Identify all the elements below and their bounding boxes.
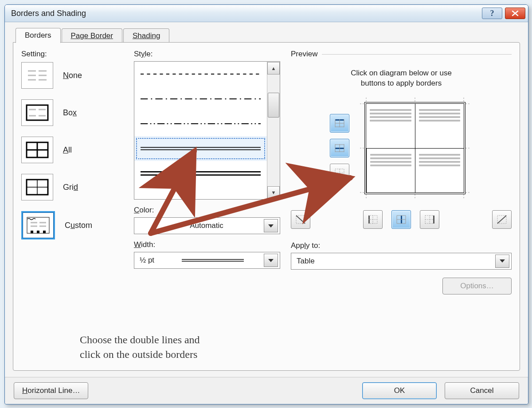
setting-custom-icon xyxy=(21,211,55,239)
preview-diagram[interactable] xyxy=(364,102,466,194)
setting-group: Setting: None Box xyxy=(21,50,123,362)
width-value: ½ pt xyxy=(140,256,162,265)
width-field: Width: ½ pt xyxy=(134,240,280,269)
border-diag-down-button[interactable] xyxy=(291,210,310,229)
color-dropdown-button[interactable] xyxy=(264,219,278,232)
style-double-thin[interactable] xyxy=(134,136,267,161)
style-dashed[interactable] xyxy=(134,62,267,86)
setting-box-icon xyxy=(21,99,53,126)
tab-shading-label: Shading xyxy=(133,31,160,40)
tab-page-border-label: Page Border xyxy=(71,31,113,40)
annotation-text: Choose the double lines and click on the… xyxy=(80,333,200,361)
preview-divider xyxy=(322,54,512,55)
svg-rect-6 xyxy=(27,105,48,120)
style-dash-dot[interactable] xyxy=(134,86,267,111)
style-dash-dot-dot[interactable] xyxy=(134,111,267,136)
horizontal-line-label: Horizontal Line… xyxy=(22,386,80,395)
width-dropdown[interactable]: ½ pt xyxy=(134,252,280,269)
setting-box[interactable]: Box xyxy=(21,99,123,126)
border-center-icon xyxy=(396,215,407,224)
scroll-track[interactable] xyxy=(267,75,280,186)
svg-rect-49 xyxy=(335,176,344,177)
style-double-thick[interactable] xyxy=(134,161,267,186)
setting-box-label: Box xyxy=(63,108,77,118)
border-bottom-button[interactable] xyxy=(330,164,349,182)
preview-hint: Click on diagram below or use buttons to… xyxy=(291,68,512,89)
scroll-thumb[interactable] xyxy=(268,93,279,118)
setting-all-label: All xyxy=(63,145,72,155)
preview-cell-br[interactable] xyxy=(415,148,464,192)
setting-all[interactable]: All xyxy=(21,137,123,163)
ok-button[interactable]: OK xyxy=(362,382,437,399)
horizontal-line-button[interactable]: Horizontal Line… xyxy=(14,382,88,399)
tab-borders[interactable]: Borders xyxy=(16,28,61,43)
dialog-title: Borders and Shading xyxy=(11,9,86,18)
style-listbox[interactable]: ▲ ▼ xyxy=(134,61,280,200)
border-bottom-icon xyxy=(334,168,345,178)
setting-grid-icon xyxy=(21,174,53,200)
setting-grid-label: Grid xyxy=(63,183,78,192)
color-value: Automatic xyxy=(149,221,264,230)
edge-buttons-vertical xyxy=(330,114,349,182)
color-label: Color: xyxy=(134,206,280,215)
apply-to-value: Table xyxy=(297,257,495,266)
edge-buttons-horizontal xyxy=(291,210,512,229)
setting-none-icon xyxy=(21,62,53,89)
style-label: Style: xyxy=(134,50,280,59)
svg-line-63 xyxy=(296,216,305,224)
preview-hint-2: buttons to apply borders xyxy=(291,78,512,89)
cancel-button[interactable]: Cancel xyxy=(445,382,519,399)
close-button[interactable] xyxy=(505,8,525,19)
tab-borders-label: Borders xyxy=(25,31,51,39)
width-sample xyxy=(162,256,264,265)
style-scrollbar[interactable]: ▲ ▼ xyxy=(267,62,280,199)
setting-none-label: None xyxy=(63,71,82,80)
svg-rect-23 xyxy=(37,231,39,233)
apply-to-field: Apply to: Table xyxy=(291,241,512,270)
setting-none[interactable]: None xyxy=(21,62,123,89)
preview-cell-bl[interactable] xyxy=(366,148,415,192)
color-dropdown[interactable]: Automatic xyxy=(134,217,280,234)
svg-line-83 xyxy=(497,216,506,224)
apply-to-dropdown-button[interactable] xyxy=(495,255,509,268)
help-button[interactable]: ? xyxy=(482,8,502,19)
titlebar[interactable]: Borders and Shading ? xyxy=(5,5,528,22)
help-icon: ? xyxy=(490,9,494,18)
border-right-button[interactable] xyxy=(420,210,439,229)
border-inside-horizontal-button[interactable] xyxy=(330,139,349,157)
tab-panel-borders: Setting: None Box xyxy=(13,42,520,371)
color-field: Color: Automatic xyxy=(134,206,280,234)
tab-shading[interactable]: Shading xyxy=(123,28,169,43)
annotation-line-2: click on the outside borders xyxy=(80,347,200,361)
border-left-icon xyxy=(368,215,378,224)
annotation-line-1: Choose the double lines and xyxy=(80,333,200,347)
scroll-down-button[interactable]: ▼ xyxy=(267,186,280,199)
border-top-button[interactable] xyxy=(330,114,349,133)
svg-rect-24 xyxy=(43,231,46,233)
preview-group: Preview Click on diagram below or use bu… xyxy=(291,50,512,362)
scroll-up-button[interactable]: ▲ xyxy=(267,62,280,75)
tab-strip: Borders Page Border Shading xyxy=(13,27,520,43)
border-top-icon xyxy=(334,118,345,128)
diag-up-icon xyxy=(497,215,507,224)
preview-cell-tl[interactable] xyxy=(366,104,415,148)
window-buttons: ? xyxy=(482,8,525,19)
border-left-button[interactable] xyxy=(363,210,383,229)
border-diag-up-button[interactable] xyxy=(492,210,512,229)
preview-cell-tr[interactable] xyxy=(415,104,464,148)
diag-down-icon xyxy=(295,215,306,224)
style-group: Style: xyxy=(134,50,280,362)
preview-label: Preview xyxy=(291,50,317,59)
border-inside-vertical-button[interactable] xyxy=(391,210,411,229)
preview-hint-1: Click on diagram below or use xyxy=(291,68,512,78)
svg-rect-81 xyxy=(433,216,434,224)
setting-label: Setting: xyxy=(21,50,123,59)
width-dropdown-button[interactable] xyxy=(264,254,278,267)
preview-main xyxy=(291,95,512,201)
apply-to-dropdown[interactable]: Table xyxy=(291,253,512,270)
setting-grid[interactable]: Grid xyxy=(21,174,123,200)
setting-custom[interactable]: Custom xyxy=(21,211,123,239)
dialog-body: Borders Page Border Shading Setting: Non… xyxy=(5,22,528,377)
tab-page-border[interactable]: Page Border xyxy=(62,28,122,43)
dialog-footer: Horizontal Line… OK Cancel xyxy=(5,377,528,404)
